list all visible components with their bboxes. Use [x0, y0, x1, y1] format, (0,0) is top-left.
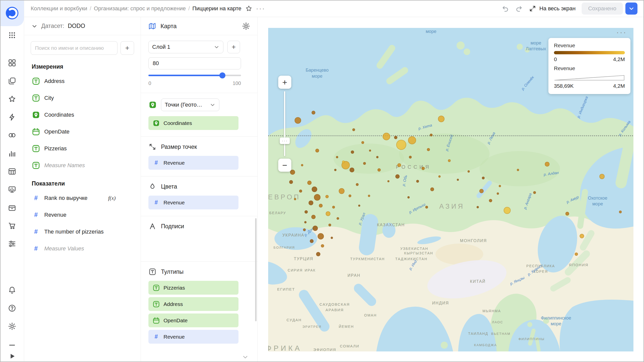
rail-item-storage[interactable] — [5, 201, 19, 215]
map-bubble[interactable] — [383, 133, 390, 140]
map-bubble[interactable] — [407, 196, 410, 199]
map-bubble[interactable] — [504, 207, 511, 214]
rail-item-bell[interactable] — [5, 283, 19, 297]
field-row[interactable]: #Revenue — [24, 206, 141, 223]
map-bubble[interactable] — [479, 189, 484, 193]
saved-button[interactable]: Сохранено — [582, 3, 623, 15]
map-bubble[interactable] — [376, 156, 379, 158]
rail-item-marketplace[interactable] — [5, 219, 19, 233]
map-bubble[interactable] — [397, 163, 401, 167]
map-bubble[interactable] — [304, 221, 307, 223]
map-bubble[interactable] — [438, 175, 440, 177]
map-bubble[interactable] — [358, 205, 360, 207]
rail-item-editor[interactable] — [5, 110, 19, 124]
map-bubble[interactable] — [313, 225, 318, 231]
map-bubble[interactable] — [468, 170, 470, 173]
field-row[interactable]: City — [24, 89, 141, 106]
map-bubble[interactable] — [312, 187, 317, 192]
zoom-handle[interactable]: ··· — [280, 138, 290, 144]
map-bubble[interactable] — [619, 211, 622, 213]
add-layer-button[interactable]: + — [227, 41, 240, 53]
map-bubble[interactable] — [533, 191, 536, 194]
map-bubble[interactable] — [308, 201, 313, 205]
map-bubble[interactable] — [351, 151, 354, 154]
map-bubble[interactable] — [303, 229, 306, 231]
slider-handle[interactable] — [219, 72, 225, 78]
map-bubble[interactable] — [499, 185, 501, 187]
map-bubble[interactable] — [326, 211, 331, 216]
field-row[interactable]: Measure Names — [24, 157, 141, 174]
map-bubble[interactable] — [299, 190, 302, 193]
map-bubble[interactable] — [416, 180, 419, 183]
field-chip[interactable]: #Revenue — [148, 330, 238, 344]
map-bubble[interactable] — [430, 133, 432, 136]
search-input[interactable] — [31, 41, 117, 55]
zoom-out-button[interactable]: − — [278, 159, 291, 172]
field-chip[interactable]: #Revenue — [148, 196, 238, 209]
map-bubble[interactable] — [421, 167, 425, 170]
field-row[interactable]: #Rank по выручкеf(x) — [24, 190, 141, 206]
breadcrumb-item[interactable]: Пиццерии на карте — [192, 5, 242, 12]
map-canvas[interactable]: мореморе ЛаптевыхБаренцево мореОхотское … — [268, 28, 633, 351]
map-bubble[interactable] — [290, 170, 295, 175]
map-bubble[interactable] — [342, 160, 345, 163]
map-bubble[interactable] — [319, 204, 323, 207]
map-bubble[interactable] — [305, 210, 308, 214]
map-bubble[interactable] — [334, 169, 337, 171]
field-chip[interactable]: Address — [148, 297, 238, 311]
rail-item-gear[interactable] — [5, 319, 19, 333]
map-bubble[interactable] — [339, 188, 344, 194]
map-bubble[interactable] — [332, 206, 335, 208]
map-bubble[interactable] — [599, 174, 605, 179]
map-bubble[interactable] — [307, 181, 312, 185]
map-bubble[interactable] — [316, 252, 320, 256]
breadcrumb-item[interactable]: Коллекции и воркбуки — [31, 5, 87, 12]
undo-icon[interactable] — [502, 5, 509, 12]
map-bubble[interactable] — [329, 223, 331, 226]
add-field-button[interactable]: + — [120, 41, 134, 55]
map-bubble[interactable] — [349, 167, 354, 172]
rail-item-tables[interactable] — [5, 164, 19, 178]
map-bubble[interactable] — [336, 156, 338, 158]
breadcrumb-item[interactable]: Организации: спрос и предложение — [94, 5, 186, 12]
field-chip[interactable]: Coordinates — [148, 116, 238, 130]
map-menu-dots-icon[interactable]: ··· — [616, 28, 627, 36]
map-bubble[interactable] — [482, 177, 485, 179]
datalens-logo-icon[interactable] — [5, 6, 19, 20]
rail-item-links[interactable] — [5, 128, 19, 142]
map-bubble[interactable] — [497, 192, 499, 195]
zoom-in-button[interactable]: + — [278, 76, 291, 89]
field-row[interactable]: Coordinates — [24, 106, 141, 123]
map-bubble[interactable] — [396, 140, 406, 150]
map-bubble[interactable] — [310, 239, 313, 243]
map-bubble[interactable] — [331, 237, 333, 239]
map-bubble[interactable] — [318, 233, 324, 239]
dataset-name[interactable]: DODO — [68, 23, 85, 29]
more-menu-icon[interactable]: ··· — [256, 5, 265, 12]
map-bubble[interactable] — [349, 194, 351, 197]
map-bubble[interactable] — [378, 168, 381, 171]
map-bubble[interactable] — [387, 180, 389, 182]
map-bubble[interactable] — [409, 156, 412, 158]
map-bubble[interactable] — [311, 215, 316, 219]
map-bubble[interactable] — [321, 244, 324, 248]
geotype-select[interactable]: Точки (Геото… — [161, 99, 219, 111]
chart-settings-gear-icon[interactable] — [242, 22, 250, 30]
map-bubble[interactable] — [477, 206, 479, 208]
map-bubble[interactable] — [312, 111, 315, 115]
map-bubble[interactable] — [294, 198, 296, 200]
map-bubble[interactable] — [289, 180, 293, 184]
map-bubble[interactable] — [301, 164, 303, 166]
rail-item-collections[interactable] — [5, 74, 19, 88]
map-bubble[interactable] — [352, 128, 355, 131]
rail-item-minus[interactable] — [6, 340, 18, 350]
map-bubble[interactable] — [315, 149, 319, 152]
map-bubble[interactable] — [361, 141, 364, 144]
map-bubble[interactable] — [575, 252, 578, 256]
field-chip[interactable]: Pizzerias — [148, 281, 238, 295]
map-bubble[interactable] — [395, 174, 400, 178]
map-bubble[interactable] — [314, 194, 320, 201]
rail-item-charts[interactable] — [5, 146, 19, 160]
map-bubble[interactable] — [580, 234, 584, 238]
map-bubble[interactable] — [425, 206, 428, 208]
